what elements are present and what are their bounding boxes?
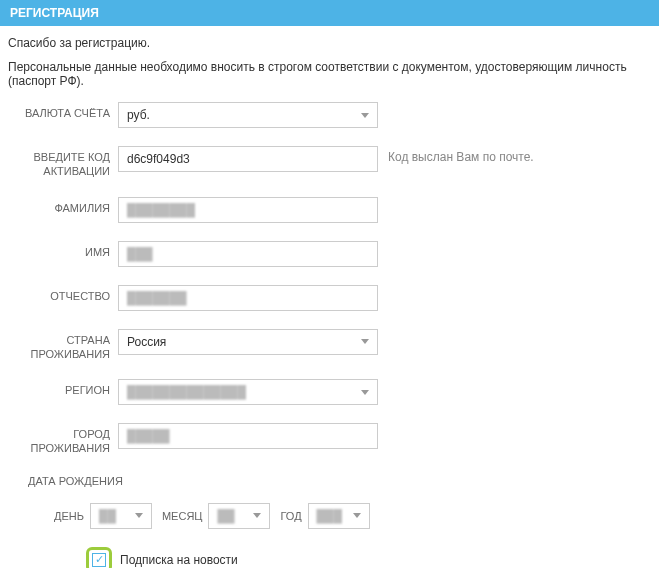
city-label: ГОРОД ПРОЖИВАНИЯ xyxy=(8,423,118,456)
firstname-value: ███ xyxy=(127,247,153,261)
firstname-row: ИМЯ ███ xyxy=(8,241,651,267)
dob-month-select[interactable]: ██ xyxy=(208,503,270,529)
chevron-down-icon xyxy=(361,113,369,118)
dob-day-value: ██ xyxy=(99,509,116,523)
chevron-down-icon xyxy=(361,339,369,344)
region-label: РЕГИОН xyxy=(8,379,118,397)
currency-label: ВАЛЮТА СЧЁТА xyxy=(8,102,118,120)
chevron-down-icon xyxy=(135,513,143,518)
city-row: ГОРОД ПРОЖИВАНИЯ █████ xyxy=(8,423,651,456)
city-input[interactable]: █████ xyxy=(118,423,378,449)
region-row: РЕГИОН ██████████████ xyxy=(8,379,651,405)
note-text: Персональные данные необходимо вносить в… xyxy=(8,60,651,88)
country-select[interactable]: Россия xyxy=(118,329,378,355)
dob-title: ДАТА РОЖДЕНИЯ xyxy=(28,475,138,487)
dob-month-value: ██ xyxy=(217,509,234,523)
city-value: █████ xyxy=(127,429,170,443)
currency-select[interactable]: руб. xyxy=(118,102,378,128)
subscribe-row: ✓ Подписка на новости xyxy=(8,547,651,568)
region-select[interactable]: ██████████████ xyxy=(118,379,378,405)
patronymic-input[interactable]: ███████ xyxy=(118,285,378,311)
patronymic-row: ОТЧЕСТВО ███████ xyxy=(8,285,651,311)
dob-day-label: ДЕНЬ xyxy=(54,510,84,522)
chevron-down-icon xyxy=(361,390,369,395)
check-icon: ✓ xyxy=(95,554,104,565)
dob-month-label: МЕСЯЦ xyxy=(162,510,203,522)
form-content: Спасибо за регистрацию. Персональные дан… xyxy=(0,26,659,568)
page-title: РЕГИСТРАЦИЯ xyxy=(10,6,99,20)
dob-section: ДАТА РОЖДЕНИЯ ДЕНЬ ██ МЕСЯЦ ██ ГОД xyxy=(8,474,651,529)
country-row: СТРАНА ПРОЖИВАНИЯ Россия xyxy=(8,329,651,362)
currency-row: ВАЛЮТА СЧЁТА руб. xyxy=(8,102,651,128)
thanks-text: Спасибо за регистрацию. xyxy=(8,36,651,50)
currency-value: руб. xyxy=(127,108,150,122)
firstname-input[interactable]: ███ xyxy=(118,241,378,267)
activation-value: d6c9f049d3 xyxy=(127,152,190,166)
dob-year-value: ███ xyxy=(317,509,343,523)
country-label: СТРАНА ПРОЖИВАНИЯ xyxy=(8,329,118,362)
dob-year-label: ГОД xyxy=(280,510,301,522)
patronymic-label: ОТЧЕСТВО xyxy=(8,285,118,303)
page-header: РЕГИСТРАЦИЯ xyxy=(0,0,659,26)
lastname-label: ФАМИЛИЯ xyxy=(8,197,118,215)
region-value: ██████████████ xyxy=(127,385,246,399)
lastname-input[interactable]: ████████ xyxy=(118,197,378,223)
chevron-down-icon xyxy=(353,513,361,518)
lastname-row: ФАМИЛИЯ ████████ xyxy=(8,197,651,223)
chevron-down-icon xyxy=(253,513,261,518)
activation-hint: Код выслан Вам по почте. xyxy=(388,146,534,172)
patronymic-value: ███████ xyxy=(127,291,187,305)
subscribe-checkbox[interactable]: ✓ xyxy=(92,553,106,567)
dob-year-select[interactable]: ███ xyxy=(308,503,370,529)
lastname-value: ████████ xyxy=(127,203,195,217)
firstname-label: ИМЯ xyxy=(8,241,118,259)
activation-row: ВВЕДИТЕ КОД АКТИВАЦИИ d6c9f049d3 Код выс… xyxy=(8,146,651,179)
subscribe-label: Подписка на новости xyxy=(120,553,238,567)
dob-day-select[interactable]: ██ xyxy=(90,503,152,529)
dob-row: ДЕНЬ ██ МЕСЯЦ ██ ГОД ███ xyxy=(8,503,651,529)
subscribe-highlight: ✓ xyxy=(86,547,112,568)
activation-input[interactable]: d6c9f049d3 xyxy=(118,146,378,172)
activation-label: ВВЕДИТЕ КОД АКТИВАЦИИ xyxy=(8,146,118,179)
country-value: Россия xyxy=(127,335,166,349)
